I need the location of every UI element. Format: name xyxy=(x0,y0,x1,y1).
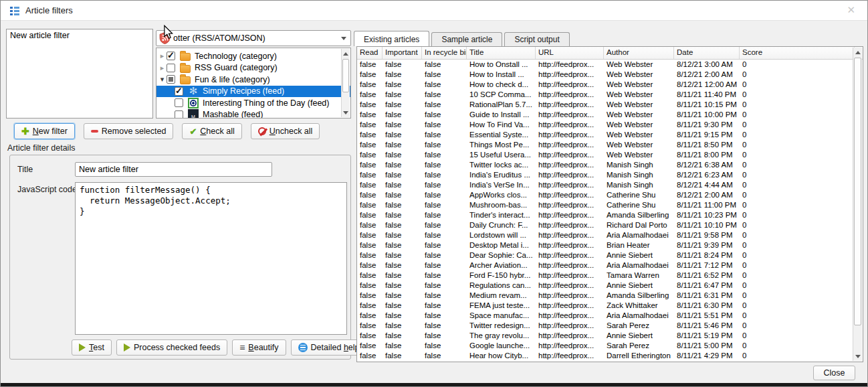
column-header-title[interactable]: Title xyxy=(467,47,536,59)
table-row[interactable]: falsefalsefalseAppWorks clos...http://fe… xyxy=(357,190,863,200)
table-row[interactable]: falsefalsefalse10 SCP Comma...http://fee… xyxy=(357,90,863,100)
table-cell: false xyxy=(383,341,422,351)
table-cell: 0 xyxy=(740,281,855,291)
tree-item-rss-guard-category[interactable]: ▸RSS Guard (category) xyxy=(156,62,350,74)
table-cell: 0 xyxy=(740,220,855,230)
checkbox-checked[interactable] xyxy=(175,87,183,96)
tree-item-fun-life-category[interactable]: ▾Fun & life (category) xyxy=(156,74,350,86)
table-row[interactable]: falsefalsefalseThe gray revolu...http://… xyxy=(357,331,863,341)
scrollbar-down-icon[interactable] xyxy=(342,108,350,117)
table-cell: 8/12/21 4:44 AM xyxy=(674,180,740,190)
table-row[interactable]: falsefalsefalseSpace manufac...http://fe… xyxy=(357,311,863,321)
table-cell: false xyxy=(383,331,422,341)
tree-item-simply-recipes-feed[interactable]: ✻Simply Recipes (feed) xyxy=(156,86,350,98)
table-cell: Richard Dal Porto xyxy=(604,220,674,230)
table-row[interactable]: falsefalsefalseTwitter locks ac...http:/… xyxy=(357,160,863,170)
table-cell: 8/11/21 10:23 PM xyxy=(674,210,740,220)
column-header-important[interactable]: Important xyxy=(383,47,422,59)
table-row[interactable]: falsefalsefalseGoogle launche...http://f… xyxy=(357,341,863,351)
table-cell: http://feedprox... xyxy=(536,321,604,331)
table-row[interactable]: falsefalsefalseHow to check d...http://f… xyxy=(357,80,863,90)
tree-item-interesting-thing-of-the-day-feed[interactable]: Interesting Thing of the Day (feed) xyxy=(156,97,350,109)
javascript-code-editor[interactable]: function filterMessage() { return Messag… xyxy=(75,182,347,335)
table-cell: 8/11/21 11:00 PM xyxy=(674,200,740,210)
column-header-in-recycle-bin[interactable]: In recycle bin xyxy=(422,47,467,59)
filter-list[interactable]: New article filter xyxy=(6,29,153,119)
process-checked-feeds-button[interactable]: Process checked feeds xyxy=(116,339,227,356)
table-row[interactable]: falsefalsefalseGuide to Install ...http:… xyxy=(357,110,863,120)
table-cell: false xyxy=(383,311,422,321)
table-row[interactable]: falsefalsefalseDear Sophie: Ca...http://… xyxy=(357,250,863,260)
table-row[interactable]: falsefalsefalseIndia's VerSe In...http:/… xyxy=(357,180,863,190)
table-row[interactable]: falsefalsefalseArcher Aviation...http://… xyxy=(357,260,863,270)
table-row[interactable]: falsefalsefalseTinder's interact...http:… xyxy=(357,210,863,220)
checkbox-unchecked[interactable] xyxy=(175,98,183,107)
table-cell: false xyxy=(357,60,383,70)
checkbox-partial[interactable] xyxy=(167,75,175,84)
filter-list-item[interactable]: New article filter xyxy=(7,29,152,42)
column-header-read[interactable]: Read xyxy=(357,47,383,59)
table-row[interactable]: falsefalsefalseFEMA just teste...http://… xyxy=(357,301,863,311)
checkbox-unchecked[interactable] xyxy=(167,64,175,72)
tab-existing-articles[interactable]: Existing articles xyxy=(354,31,429,46)
table-cell: Web Webster xyxy=(604,140,674,150)
detailed-help-button[interactable]: Detailed help xyxy=(291,339,367,356)
check-all-button[interactable]: ✔Check all xyxy=(182,123,241,139)
table-row[interactable]: falsefalsefalseDesktop Metal i...http://… xyxy=(357,240,863,250)
tree-item-technology-category[interactable]: ▸Technology (category) xyxy=(156,50,350,62)
remove-selected-button[interactable]: Remove selected xyxy=(84,123,174,139)
table-row[interactable]: falsefalsefalseHow to Onstall ...http://… xyxy=(357,60,863,70)
table-row[interactable]: falsefalsefalseHow To Find Va...http://f… xyxy=(357,120,863,130)
scrollbar-thumb[interactable] xyxy=(854,58,861,325)
table-row[interactable]: falsefalsefalseFord F-150 hybr...http://… xyxy=(357,270,863,281)
scrollbar-thumb[interactable] xyxy=(342,59,349,92)
scrollbar-up-icon[interactable] xyxy=(342,49,350,58)
table-row[interactable]: falsefalsefalseRegulations can...http://… xyxy=(357,281,863,291)
tree-item-mashable-feed[interactable]: Mashable (feed) xyxy=(156,109,350,119)
column-header-url[interactable]: URL xyxy=(536,47,604,59)
table-cell: http://feedprox... xyxy=(536,311,604,321)
new-filter-button[interactable]: ✚New filter xyxy=(14,123,75,139)
table-row[interactable]: falsefalsefalseMedium revam...http://fee… xyxy=(357,291,863,301)
tree-scrollbar[interactable] xyxy=(341,49,350,117)
table-cell: false xyxy=(357,230,383,240)
checkbox-checked[interactable] xyxy=(167,52,175,60)
table-row[interactable]: falsefalsefalseThings Most Pe...http://f… xyxy=(357,140,863,150)
table-scrollbar[interactable] xyxy=(853,48,862,361)
table-row[interactable]: falsefalsefalseTwitter redesign...http:/… xyxy=(357,321,863,331)
table-row[interactable]: falsefalsefalseIndia's Eruditus ...http:… xyxy=(357,170,863,180)
expand-arrow-icon[interactable]: ▾ xyxy=(158,75,167,84)
table-cell: http://feedprox... xyxy=(536,291,604,301)
table-cell: 8/11/21 7:12 PM xyxy=(674,260,740,270)
scrollbar-up-icon[interactable] xyxy=(853,48,862,57)
window-close-icon[interactable]: ✕ xyxy=(847,4,855,16)
scrollbar-down-icon[interactable] xyxy=(853,352,862,361)
column-header-author[interactable]: Author xyxy=(604,47,674,59)
column-header-score[interactable]: Score xyxy=(740,47,855,59)
table-cell: Manish Singh xyxy=(604,160,674,170)
test-button[interactable]: Test xyxy=(72,339,112,356)
table-row[interactable]: falsefalsefalseEssential Syste...http://… xyxy=(357,130,863,140)
beautify-button[interactable]: ≡Beautify xyxy=(232,339,286,356)
column-header-date[interactable]: Date xyxy=(674,47,740,59)
table-cell: false xyxy=(383,80,422,90)
expand-arrow-icon[interactable]: ▸ xyxy=(158,64,167,72)
tab-script-output[interactable]: Script output xyxy=(504,32,569,46)
table-cell: The gray revolu... xyxy=(467,331,536,341)
table-row[interactable]: falsefalsefalseRationalPlan 5.7...http:/… xyxy=(357,100,863,110)
account-dropdown[interactable]: otter (RSS/ATOM/JSON) xyxy=(156,30,351,46)
table-cell: false xyxy=(383,160,422,170)
table-row[interactable]: falsefalsefalseMushroom-bas...http://fee… xyxy=(357,200,863,210)
table-cell: Web Webster xyxy=(604,120,674,130)
expand-arrow-icon[interactable]: ▸ xyxy=(158,52,167,60)
table-row[interactable]: falsefalsefalseHow to Install ...http://… xyxy=(357,70,863,80)
table-row[interactable]: falsefalsefalse15 Useful Usera...http://… xyxy=(357,150,863,160)
table-row[interactable]: falsefalsefalseDaily Crunch: F...http://… xyxy=(357,220,863,230)
checkbox-unchecked[interactable] xyxy=(175,110,183,119)
table-row[interactable]: falsefalsefalseHear how Cityb...http://f… xyxy=(357,351,863,361)
tab-sample-article[interactable]: Sample article xyxy=(431,32,502,46)
close-button[interactable]: Close xyxy=(813,366,855,380)
table-row[interactable]: falsefalsefalseLordstown will ...http://… xyxy=(357,230,863,240)
uncheck-all-button[interactable]: Uncheck all xyxy=(251,123,320,139)
title-input[interactable] xyxy=(75,162,272,177)
